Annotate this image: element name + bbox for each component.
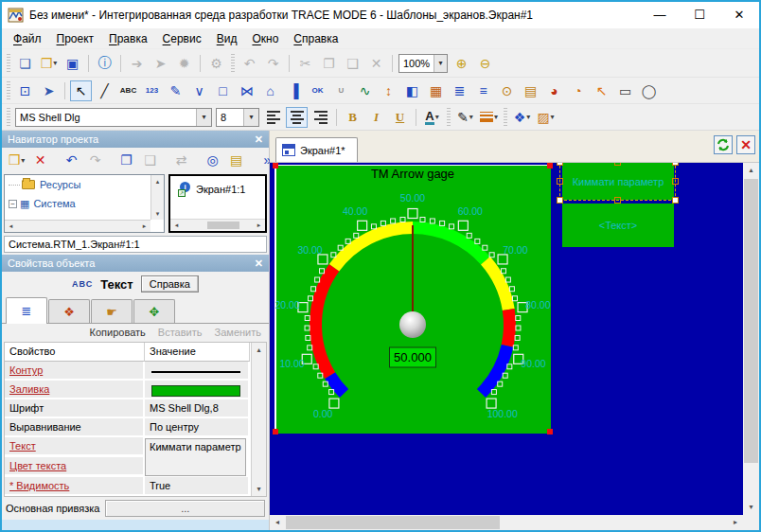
- slider-tool-icon[interactable]: ↕: [378, 80, 399, 101]
- undo-icon[interactable]: ↶: [239, 53, 260, 74]
- find-icon[interactable]: ◎: [202, 150, 223, 170]
- button-tool-icon[interactable]: U: [330, 80, 352, 101]
- pie-chart-tool-icon[interactable]: ◕: [543, 80, 565, 101]
- create-item-icon[interactable]: ❒▾: [6, 150, 27, 170]
- menu-item-сервис[interactable]: Сервис: [155, 30, 209, 47]
- line-width-icon[interactable]: ▾: [478, 107, 500, 128]
- maximize-button[interactable]: ☐: [680, 2, 719, 28]
- chevron-down-icon[interactable]: ▾: [469, 113, 473, 121]
- chevron-down-icon[interactable]: ▾: [434, 55, 447, 72]
- tab-properties[interactable]: ≣: [6, 297, 47, 324]
- run-profiler-icon[interactable]: ➔: [126, 53, 148, 74]
- value-shrift[interactable]: MS Shell Dlg,8: [145, 399, 250, 418]
- selection-handle[interactable]: [557, 197, 563, 204]
- chevron-down-icon[interactable]: ▾: [526, 113, 530, 121]
- ellipse-tool-icon[interactable]: ◯: [638, 80, 660, 101]
- open-project-icon[interactable]: ❒▾: [38, 53, 60, 74]
- chevron-down-icon[interactable]: ▾: [494, 113, 498, 121]
- align-center-icon[interactable]: [286, 107, 308, 128]
- export-icon[interactable]: ⇄: [170, 150, 192, 170]
- rect-outline-tool-icon[interactable]: ▭: [614, 80, 636, 101]
- selection-handle[interactable]: [672, 163, 679, 166]
- binding-button[interactable]: ...: [105, 500, 265, 517]
- frame-tool-icon[interactable]: ◧: [401, 80, 423, 101]
- properties-close-icon[interactable]: ✕: [255, 257, 263, 270]
- selection-handle[interactable]: [672, 178, 679, 185]
- text-box-placeholder[interactable]: <Текст>: [562, 204, 674, 247]
- property-link-cvet-teksta[interactable]: Цвет текста: [9, 460, 66, 471]
- select-arrow-icon[interactable]: ↖: [70, 80, 92, 101]
- tab-events[interactable]: ☛: [91, 299, 133, 323]
- edit-box-icon[interactable]: ✎: [165, 80, 186, 101]
- selection-handle[interactable]: [547, 163, 553, 168]
- align-left-icon[interactable]: [262, 107, 284, 128]
- menu-item-правка[interactable]: Правка: [101, 30, 155, 47]
- compile-icon[interactable]: ⚙: [205, 53, 227, 74]
- selection-handle[interactable]: [273, 163, 278, 168]
- menu-item-вид[interactable]: Вид: [209, 30, 245, 47]
- selection-handle[interactable]: [273, 429, 278, 434]
- list-tool-icon[interactable]: ≣: [449, 80, 470, 101]
- chevron-down-icon[interactable]: ▾: [53, 59, 57, 67]
- help-button[interactable]: Справка: [141, 275, 199, 293]
- run-icon[interactable]: ➤: [150, 53, 171, 74]
- fill-color-icon[interactable]: ❖▾: [511, 107, 533, 128]
- chevron-down-icon[interactable]: ▾: [243, 109, 258, 126]
- trend-tool-icon[interactable]: ∿: [354, 80, 376, 101]
- zoom-out-icon[interactable]: ⊖: [474, 53, 496, 74]
- rectangle-tool-icon[interactable]: □: [212, 80, 234, 101]
- chevron-down-icon[interactable]: ▾: [551, 113, 555, 121]
- gauge-tool-icon[interactable]: ◔: [567, 80, 589, 101]
- menu-item-файл[interactable]: Файл: [6, 30, 49, 47]
- font-color-icon[interactable]: A▾: [421, 107, 443, 128]
- table-vscrollbar[interactable]: ▴ ▾: [251, 343, 266, 496]
- run-screen-icon[interactable]: ➤: [38, 80, 60, 101]
- selection-handle[interactable]: [614, 197, 621, 204]
- tab-bindings[interactable]: ✥: [133, 299, 175, 323]
- canvas-hscrollbar[interactable]: ◂ ▸: [270, 515, 743, 530]
- delete-item-icon[interactable]: ✕: [29, 150, 51, 170]
- expand-minus-icon[interactable]: −: [9, 200, 17, 208]
- font-family-select[interactable]: MS Shell Dlg ▾: [15, 108, 212, 127]
- schedule-tool-icon[interactable]: ▦: [425, 80, 447, 101]
- selection-handle[interactable]: [547, 429, 553, 434]
- close-button[interactable]: ✕: [719, 2, 759, 28]
- navigator-close-icon[interactable]: ✕: [255, 133, 263, 146]
- save-icon[interactable]: ▣: [62, 53, 83, 74]
- chevron-down-icon[interactable]: ▾: [435, 113, 439, 121]
- home-screen-icon[interactable]: ⌂: [259, 80, 281, 101]
- panel-tool-icon[interactable]: ▐: [283, 80, 305, 101]
- selection-handle[interactable]: [672, 197, 679, 204]
- scrollbar-thumb[interactable]: [744, 179, 758, 463]
- tree-item-resources[interactable]: Ресурсы: [5, 175, 164, 194]
- chevron-down-icon[interactable]: ▾: [21, 156, 25, 165]
- canvas-vscrollbar[interactable]: ▴ ▾: [743, 163, 759, 515]
- polyline-icon[interactable]: ∨: [188, 80, 210, 101]
- new-document-icon[interactable]: ❏: [14, 53, 36, 74]
- property-link-zalivka[interactable]: Заливка: [9, 383, 49, 395]
- italic-icon[interactable]: I: [365, 107, 387, 128]
- about-info-icon[interactable]: ⓘ: [94, 53, 115, 74]
- menu-item-справка[interactable]: Справка: [286, 30, 345, 47]
- underline-icon[interactable]: U: [389, 107, 411, 128]
- instance-hscrollbar[interactable]: ◂ ▸: [170, 219, 265, 231]
- redo-icon[interactable]: ↷: [84, 150, 106, 170]
- tree-item-system[interactable]: − ▦ Система: [5, 194, 164, 213]
- line-color-icon[interactable]: ✎▾: [454, 107, 476, 128]
- bold-icon[interactable]: B: [342, 107, 363, 128]
- value-vyravnivanie[interactable]: По центру: [145, 418, 250, 437]
- paste-icon[interactable]: ❑: [342, 53, 363, 74]
- align-right-icon[interactable]: [310, 107, 331, 128]
- copy-action[interactable]: Копировать: [90, 327, 146, 338]
- chevron-down-icon[interactable]: ▾: [196, 109, 211, 126]
- property-link-tekst[interactable]: Текст: [9, 440, 36, 452]
- debug-icon[interactable]: ✹: [173, 53, 195, 74]
- selection-handle[interactable]: [557, 178, 563, 185]
- refresh-button[interactable]: [714, 135, 733, 154]
- cut-icon[interactable]: ✂: [294, 53, 316, 74]
- copy-icon[interactable]: ❐: [115, 150, 137, 170]
- ok-button-tool-icon[interactable]: OK: [307, 80, 328, 101]
- fill-pattern-icon[interactable]: ▨▾: [535, 107, 557, 128]
- scrollbar-thumb[interactable]: [286, 516, 500, 529]
- delete-icon[interactable]: ✕: [365, 53, 387, 74]
